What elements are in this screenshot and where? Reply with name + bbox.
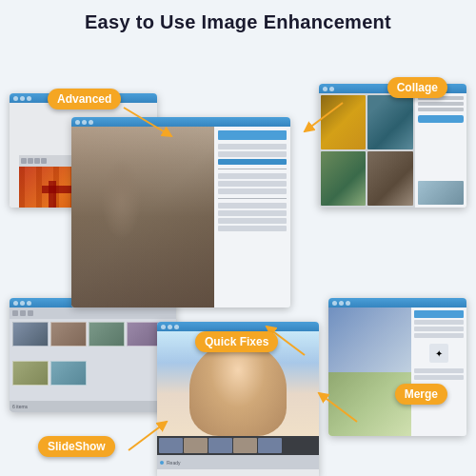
merge-titlebar	[328, 298, 466, 307]
merge-label: Merge	[395, 384, 447, 405]
win-dot	[161, 325, 166, 329]
status-dot	[160, 461, 164, 465]
ss-thumb	[89, 322, 125, 347]
collage-label: Collage	[387, 77, 447, 98]
toolbar-btn	[28, 158, 33, 164]
center-panel	[214, 127, 291, 307]
bt-status: Ready	[157, 455, 319, 469]
merge-panel: ✦	[411, 307, 466, 436]
photo-sepia	[71, 127, 214, 307]
ss-thumbnails	[10, 319, 176, 401]
quickfixes-body	[71, 127, 290, 307]
merge-top	[328, 307, 411, 372]
win-dot	[20, 96, 25, 101]
ss-thumb	[12, 361, 49, 386]
panel-header	[218, 130, 288, 140]
bt-thumb	[159, 438, 183, 453]
mp-header	[414, 310, 464, 318]
panel-row	[218, 210, 288, 216]
bt-thumb	[233, 438, 257, 453]
ss-toolbar	[10, 307, 176, 319]
collage-cell	[321, 95, 366, 149]
panel-divider	[218, 198, 288, 199]
ss-status-text: 6 items	[12, 404, 28, 409]
win-dot	[27, 301, 31, 306]
toolbar-btn	[41, 158, 47, 164]
panel-row	[218, 151, 288, 157]
baby-figure	[189, 342, 287, 436]
mp-icon: ✦	[429, 344, 448, 363]
merge-bottom	[328, 372, 411, 437]
merge-window: ✦	[328, 298, 466, 436]
win-dot	[174, 325, 179, 329]
mp-row	[414, 327, 464, 331]
advanced-label: Advanced	[48, 89, 121, 109]
win-dot	[75, 120, 80, 125]
collage-cell	[367, 95, 412, 149]
panel-row-active	[218, 159, 288, 165]
panel-row	[218, 188, 288, 194]
win-dot	[332, 301, 337, 306]
bt-thumb	[184, 438, 208, 453]
toolbar-btn	[21, 158, 27, 164]
side-thumbnail	[418, 181, 464, 205]
mp-row	[414, 320, 464, 325]
panel-row	[218, 173, 288, 179]
win-dot	[27, 96, 31, 101]
mp-row	[414, 333, 464, 338]
panel-row	[218, 218, 288, 224]
merge-photo	[328, 307, 411, 436]
content-area: 6 items Ready	[0, 41, 476, 469]
side-row	[418, 102, 464, 106]
bt-thumb	[258, 438, 282, 453]
collage-main	[319, 93, 415, 208]
panel-row	[218, 144, 288, 149]
win-dot	[89, 120, 93, 125]
slideshow-body: 6 items	[10, 307, 176, 412]
win-dot	[13, 96, 18, 101]
slideshow-window: 6 items	[10, 298, 176, 412]
collage-body	[319, 93, 466, 208]
panel-row	[218, 181, 288, 187]
page-title: Easy to Use Image Enhancement	[0, 0, 476, 41]
collage-cell	[367, 151, 412, 206]
win-dot	[323, 87, 327, 91]
toolbar-btn	[12, 310, 18, 316]
collage-cell	[321, 151, 366, 206]
toolbar-btn	[28, 310, 33, 316]
toolbar-btn	[20, 310, 26, 316]
ss-thumb	[12, 322, 49, 347]
quickfixes-titlebar	[71, 117, 290, 127]
baby-body: Ready	[157, 331, 319, 476]
win-dot	[329, 87, 334, 91]
quickfixes-label: Quick Fixes	[195, 331, 278, 352]
win-dot	[82, 120, 87, 125]
merge-body: ✦	[328, 307, 466, 436]
win-dot	[346, 301, 350, 306]
mp-row	[414, 368, 464, 373]
center-photo	[71, 127, 214, 307]
side-button	[418, 115, 464, 123]
panel-row	[218, 203, 288, 208]
win-dot	[339, 301, 344, 306]
panel-row	[218, 226, 288, 231]
slideshow-label: SlideShow	[38, 436, 115, 457]
quickfixes-window	[71, 117, 290, 307]
collage-grid	[319, 93, 415, 208]
side-row	[418, 108, 464, 111]
collage-side-panel	[415, 93, 466, 208]
toolbar-btn	[34, 158, 40, 164]
win-dot	[168, 325, 172, 329]
mp-row	[414, 375, 464, 380]
bt-thumb	[208, 438, 232, 453]
baby-titlebar	[157, 322, 319, 331]
collage-window	[319, 84, 466, 208]
ss-status: 6 items	[10, 401, 176, 412]
bt-thumbnail-strip	[157, 436, 319, 455]
bt-status-text: Ready	[167, 460, 180, 466]
ss-thumb	[50, 361, 87, 386]
panel-divider	[218, 169, 288, 169]
win-dot	[20, 301, 25, 306]
win-dot	[13, 301, 18, 306]
ss-thumb	[50, 322, 87, 347]
